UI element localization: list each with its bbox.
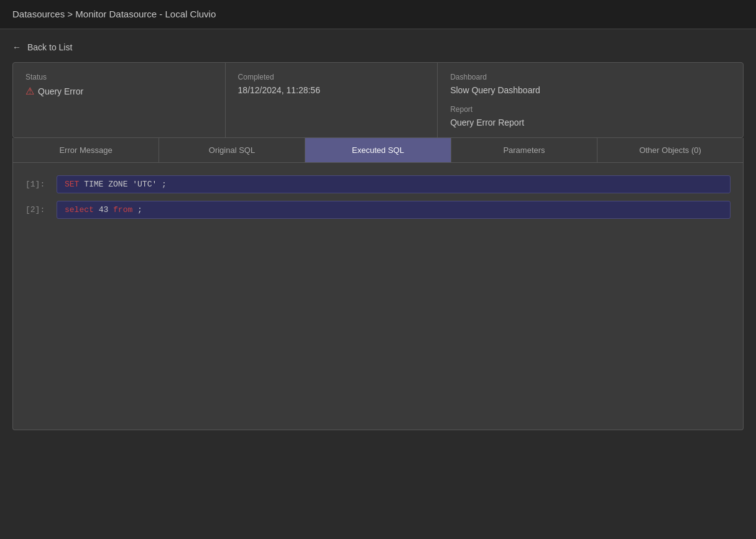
- code-block-1: SET TIME ZONE 'UTC' ;: [57, 175, 731, 193]
- back-to-list-link[interactable]: ← Back to List: [12, 42, 72, 52]
- code-keyword-set: SET: [65, 180, 79, 189]
- main-container: ← Back to List Status ⚠ Query Error Comp…: [0, 29, 756, 443]
- back-link-label: Back to List: [27, 42, 72, 52]
- status-value-container: ⚠ Query Error: [25, 85, 213, 97]
- completed-label: Completed: [238, 73, 425, 81]
- report-value: Query Error Report: [450, 117, 731, 127]
- code-semicolon-1: ;: [162, 180, 167, 189]
- dashboard-value: Slow Query Dashboard: [450, 85, 731, 95]
- tabs-bar: Error MessageOriginal SQLExecuted SQLPar…: [12, 138, 744, 163]
- line-number-1: [1]:: [25, 180, 57, 189]
- completed-value: 18/12/2024, 11:28:56: [238, 85, 425, 95]
- code-keyword-from: from: [113, 205, 132, 214]
- code-normal-1: TIME ZONE: [84, 180, 132, 189]
- tab-executed-sql[interactable]: Executed SQL: [305, 138, 451, 162]
- code-semicolon-2: ;: [137, 205, 142, 214]
- info-card: Status ⚠ Query Error Completed 18/12/202…: [12, 62, 744, 138]
- tab-other-objects-(0)[interactable]: Other Objects (0): [597, 138, 743, 162]
- status-section: Status ⚠ Query Error: [13, 63, 226, 137]
- completed-section: Completed 18/12/2024, 11:28:56: [226, 63, 438, 137]
- code-line-2: [2]: select 43 from ;: [25, 201, 731, 219]
- code-string-utc: 'UTC': [132, 180, 157, 189]
- tab-error-message[interactable]: Error Message: [13, 138, 159, 162]
- error-icon: ⚠: [25, 85, 34, 97]
- status-label: Status: [25, 73, 213, 81]
- dashboard-section: Dashboard Slow Query Dashboard Report Qu…: [438, 63, 743, 137]
- status-value: Query Error: [38, 86, 83, 96]
- top-bar: Datasources > Monitor Datasource - Local…: [0, 0, 756, 29]
- dashboard-label: Dashboard: [450, 73, 731, 81]
- report-label: Report: [450, 105, 731, 114]
- code-panel: [1]: SET TIME ZONE 'UTC' ; [2]: select 4…: [12, 163, 744, 430]
- code-normal-43: 43: [99, 205, 113, 214]
- line-number-2: [2]:: [25, 205, 57, 214]
- breadcrumb: Datasources > Monitor Datasource - Local…: [12, 9, 216, 19]
- tab-original-sql[interactable]: Original SQL: [159, 138, 305, 162]
- code-block-2: select 43 from ;: [57, 201, 731, 219]
- arrow-left-icon: ←: [12, 42, 21, 52]
- code-line-1: [1]: SET TIME ZONE 'UTC' ;: [25, 175, 731, 193]
- tab-parameters[interactable]: Parameters: [451, 138, 597, 162]
- code-keyword-select: select: [65, 205, 94, 214]
